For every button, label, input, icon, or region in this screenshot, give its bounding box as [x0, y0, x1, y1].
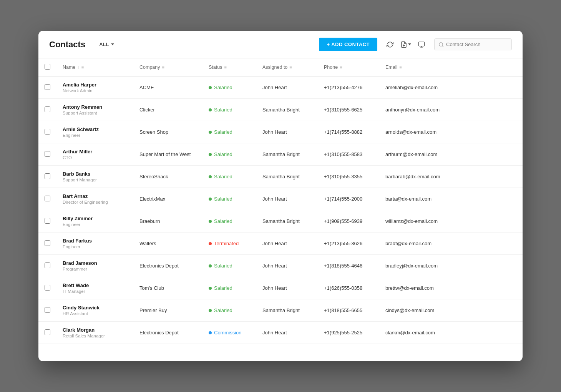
- col-header-phone[interactable]: Phone ≡: [318, 58, 379, 76]
- layout-icon: [418, 41, 425, 48]
- col-header-status[interactable]: Status ≡: [202, 58, 256, 76]
- add-contact-button[interactable]: + ADD CONTACT: [319, 38, 377, 51]
- contact-name: Arnie Schwartz: [63, 126, 127, 132]
- cell-name: Brett Wade IT Manager: [56, 277, 133, 299]
- status-badge: Salaried: [209, 107, 232, 113]
- layout-button[interactable]: [415, 38, 428, 51]
- contact-name: Billy Zimmer: [63, 216, 127, 221]
- status-dot: [209, 264, 212, 267]
- row-checkbox[interactable]: [45, 307, 50, 313]
- contacts-tbody: Amelia Harper Network Admin ACME Salarie…: [38, 76, 523, 344]
- search-input[interactable]: [446, 42, 508, 47]
- row-checkbox[interactable]: [45, 285, 50, 291]
- table-row[interactable]: Barb Banks Support Manager StereoShack S…: [38, 166, 523, 188]
- contact-name: Cindy Stanwick: [63, 305, 127, 311]
- refresh-button[interactable]: [383, 38, 397, 51]
- row-checkbox-cell[interactable]: [38, 121, 56, 143]
- col-header-assigned[interactable]: Assigned to ≡: [256, 58, 318, 76]
- row-checkbox[interactable]: [45, 262, 50, 268]
- table-row[interactable]: Arnie Schwartz Engineer Screen Shop Sala…: [38, 121, 523, 143]
- row-checkbox[interactable]: [45, 196, 50, 201]
- row-checkbox[interactable]: [45, 151, 50, 157]
- export-chevron-icon: [408, 43, 411, 45]
- search-box[interactable]: [434, 38, 512, 50]
- contact-role: IT Manager: [63, 289, 127, 294]
- row-checkbox-cell[interactable]: [38, 99, 56, 121]
- table-row[interactable]: Cindy Stanwick HR Assistant Premier Buy …: [38, 299, 523, 322]
- table-row[interactable]: Arthur Miller CTO Super Mart of the West…: [38, 143, 523, 166]
- row-checkbox-cell[interactable]: [38, 233, 56, 255]
- cell-phone: +1(818)555-4646: [318, 255, 379, 277]
- status-badge: Salaried: [209, 196, 232, 202]
- refresh-icon: [387, 41, 393, 48]
- cell-email: arnolds@dx-email.com: [379, 121, 523, 143]
- contact-role: Engineer: [63, 222, 127, 227]
- row-checkbox[interactable]: [45, 173, 50, 179]
- table-container: Name ↑ ≡ Company ≡ Status: [38, 58, 523, 361]
- status-dot: [209, 309, 212, 312]
- row-checkbox-cell[interactable]: [38, 166, 56, 188]
- contact-name: Barb Banks: [63, 171, 127, 177]
- cell-status: Commission: [202, 322, 256, 344]
- cell-phone: +1(818)555-6655: [318, 299, 379, 322]
- row-checkbox-cell[interactable]: [38, 255, 56, 277]
- row-checkbox-cell[interactable]: [38, 322, 56, 344]
- contact-name: Brad Farkus: [63, 238, 127, 244]
- status-dot: [209, 287, 212, 290]
- cell-status: Salaried: [202, 99, 256, 121]
- cell-status: Salaried: [202, 299, 256, 322]
- row-checkbox-cell[interactable]: [38, 188, 56, 210]
- table-row[interactable]: Clark Morgan Retail Sales Manager Electr…: [38, 322, 523, 344]
- row-checkbox[interactable]: [45, 129, 50, 135]
- cell-status: Salaried: [202, 277, 256, 299]
- cell-status: Salaried: [202, 76, 256, 99]
- row-checkbox[interactable]: [45, 240, 50, 246]
- table-row[interactable]: Antony Remmen Support Assistant Clicker …: [38, 99, 523, 121]
- status-badge: Terminated: [209, 241, 239, 246]
- cell-assigned: John Heart: [256, 277, 318, 299]
- table-row[interactable]: Brad Farkus Engineer Walters Terminated …: [38, 233, 523, 255]
- row-checkbox[interactable]: [45, 84, 50, 90]
- col-header-name[interactable]: Name ↑ ≡: [56, 58, 133, 76]
- cell-status: Terminated: [202, 233, 256, 255]
- row-checkbox-cell[interactable]: [38, 76, 56, 99]
- select-all-checkbox[interactable]: [45, 64, 50, 70]
- row-checkbox[interactable]: [45, 218, 50, 224]
- status-dot: [209, 198, 212, 201]
- row-checkbox[interactable]: [45, 106, 50, 112]
- row-checkbox-cell[interactable]: [38, 210, 56, 233]
- select-all-cell[interactable]: [38, 58, 56, 76]
- contact-role: Support Manager: [63, 178, 127, 182]
- cell-status: Salaried: [202, 121, 256, 143]
- col-header-email[interactable]: Email ≡: [379, 58, 523, 76]
- row-checkbox-cell[interactable]: [38, 299, 56, 322]
- col-header-company[interactable]: Company ≡: [133, 58, 202, 76]
- table-row[interactable]: Brad Jameson Programmer Electronics Depo…: [38, 255, 523, 277]
- assigned-filter-icon: ≡: [289, 65, 292, 70]
- filter-dropdown[interactable]: ALL: [96, 40, 117, 49]
- table-row[interactable]: Brett Wade IT Manager Tom's Club Salarie…: [38, 277, 523, 299]
- row-checkbox[interactable]: [45, 329, 50, 335]
- svg-line-6: [442, 45, 443, 47]
- export-button[interactable]: [397, 38, 414, 51]
- status-dot: [209, 131, 212, 134]
- cell-email: cindys@dx-email.com: [379, 299, 523, 322]
- cell-status: Salaried: [202, 210, 256, 233]
- status-badge: Salaried: [209, 85, 232, 90]
- table-row[interactable]: Amelia Harper Network Admin ACME Salarie…: [38, 76, 523, 99]
- status-badge: Commission: [209, 330, 242, 336]
- row-checkbox-cell[interactable]: [38, 277, 56, 299]
- cell-company: Electronics Depot: [133, 255, 202, 277]
- cell-name: Cindy Stanwick HR Assistant: [56, 299, 133, 322]
- cell-status: Salaried: [202, 188, 256, 210]
- cell-name: Clark Morgan Retail Sales Manager: [56, 322, 133, 344]
- cell-email: barta@dx-email.com: [379, 188, 523, 210]
- status-badge: Salaried: [209, 263, 232, 269]
- cell-email: ameliah@dx-email.com: [379, 76, 523, 99]
- row-checkbox-cell[interactable]: [38, 143, 56, 166]
- contact-role: Network Admin: [63, 88, 127, 93]
- search-icon: [438, 42, 444, 47]
- table-row[interactable]: Billy Zimmer Engineer Braeburn Salaried …: [38, 210, 523, 233]
- table-row[interactable]: Bart Arnaz Director of Engineering Elect…: [38, 188, 523, 210]
- cell-phone: +1(213)555-4276: [318, 76, 379, 99]
